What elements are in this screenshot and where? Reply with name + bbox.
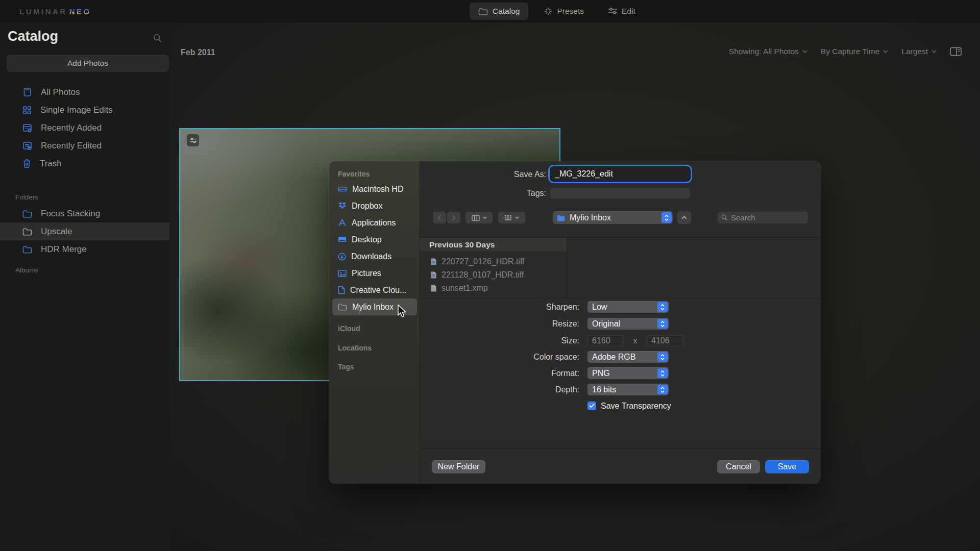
folder-icon — [22, 210, 32, 218]
tab-presets[interactable]: Presets — [535, 3, 593, 20]
divider — [420, 298, 820, 298]
favorite-dropbox[interactable]: Dropbox — [332, 197, 417, 214]
file-row[interactable]: 221128_0107_HDR.tiff — [420, 268, 567, 282]
pictures-icon — [338, 270, 347, 277]
tags-label: Tags: — [420, 189, 546, 198]
favorite-label: Downloads — [351, 252, 391, 261]
sidebar-item-trash[interactable]: Trash — [0, 155, 169, 172]
applications-icon — [338, 219, 347, 227]
chevron-down-icon — [515, 216, 519, 219]
width-value: 6160 — [592, 336, 610, 345]
sort-label: By Capture Time — [821, 47, 879, 56]
showing-filter-dropdown[interactable]: Showing: All Photos — [729, 47, 807, 56]
document-icon — [338, 286, 345, 294]
group-view-button[interactable] — [498, 212, 525, 223]
drive-icon — [338, 186, 347, 192]
save-transparency-checkbox[interactable] — [587, 402, 596, 410]
new-folder-button[interactable]: New Folder — [432, 460, 485, 473]
logo-neo: NEO — [69, 7, 91, 16]
file-row[interactable]: sunset1.xmp — [420, 282, 567, 295]
photos-icon — [22, 87, 32, 97]
size-row: Size: 6160 x 4106 — [329, 335, 820, 346]
favorite-applications[interactable]: Applications — [332, 214, 417, 231]
tab-label: Catalog — [493, 7, 520, 16]
filename-input[interactable] — [550, 167, 690, 181]
favorite-desktop[interactable]: Desktop — [332, 231, 417, 248]
back-button[interactable] — [433, 212, 446, 223]
stepper-icon — [657, 368, 668, 378]
thumbnail-size-label: Largest — [901, 47, 928, 56]
save-button[interactable]: Save — [765, 460, 809, 473]
up-directory-button[interactable] — [677, 211, 691, 224]
sidebar-item-recently-edited[interactable]: Recently Edited — [0, 137, 169, 155]
divider — [420, 448, 820, 449]
size-x-separator: x — [624, 336, 647, 345]
add-photos-label: Add Photos — [67, 59, 108, 68]
sidebar-item-single-image-edits[interactable]: Single Image Edits — [0, 101, 169, 119]
save-as-label: Save As: — [420, 170, 546, 179]
sidebar-item-label: Trash — [40, 159, 62, 169]
catalog-nav: All Photos Single Image Edits Recently A… — [0, 83, 169, 172]
colorspace-label: Color space: — [329, 353, 587, 362]
forward-button[interactable] — [447, 212, 460, 223]
folder-item-focus-stacking[interactable]: Focus Stacking — [0, 205, 169, 222]
folder-item-upscale[interactable]: Upscale — [0, 222, 169, 240]
adjustments-icon — [190, 138, 197, 143]
search-input[interactable] — [731, 213, 797, 222]
sort-dropdown[interactable]: By Capture Time — [821, 47, 888, 56]
panel-toggle-icon[interactable] — [950, 47, 962, 56]
save-dialog: Favorites Macintosh HD Dropbox Applicati… — [329, 161, 820, 484]
depth-select[interactable]: 16 bits — [587, 384, 669, 395]
search-field[interactable] — [718, 212, 808, 223]
add-photos-button[interactable]: Add Photos — [7, 55, 169, 72]
stepper-icon — [657, 302, 668, 312]
folders-section-label: Folders — [15, 193, 38, 201]
favorite-pictures[interactable]: Pictures — [332, 265, 417, 282]
tab-label: Presets — [557, 7, 584, 16]
calendar-plus-icon — [22, 123, 32, 133]
file-name: 220727_0126_HDR.tiff — [442, 257, 525, 266]
cancel-label: Cancel — [726, 462, 751, 471]
depth-label: Depth: — [329, 385, 587, 394]
column-view-button[interactable] — [465, 212, 493, 223]
tab-edit[interactable]: Edit — [600, 3, 644, 20]
favorite-label: Creative Clou... — [350, 286, 406, 295]
thumbnail-size-dropdown[interactable]: Largest — [901, 47, 937, 56]
location-dropdown[interactable]: Mylio Inbox — [553, 211, 673, 224]
sidebar-item-recently-added[interactable]: Recently Added — [0, 119, 169, 137]
favorite-label: Pictures — [352, 269, 381, 278]
favorite-downloads[interactable]: Downloads — [332, 248, 417, 265]
resize-select[interactable]: Original — [587, 318, 669, 330]
new-folder-label: New Folder — [438, 462, 480, 471]
catalog-sidebar: Catalog Add Photos All Photos Single Ima… — [0, 22, 169, 551]
stepper-icon — [657, 319, 668, 329]
depth-value: 16 bits — [592, 385, 616, 394]
colorspace-select[interactable]: Adobe RGB — [587, 351, 669, 363]
width-input[interactable]: 6160 — [587, 335, 624, 346]
chevron-down-icon — [932, 50, 937, 53]
edited-badge — [187, 134, 199, 146]
file-row[interactable]: 220727_0126_HDR.tiff — [420, 255, 567, 268]
downloads-icon — [338, 253, 346, 261]
logo-luminar: LUMINAR — [19, 7, 67, 16]
tags-input[interactable] — [550, 187, 690, 198]
sidebar-item-all-photos[interactable]: All Photos — [0, 83, 169, 101]
date-group-label: Feb 2011 — [181, 48, 215, 57]
resize-value: Original — [592, 319, 620, 329]
colorspace-value: Adobe RGB — [592, 353, 635, 362]
favorite-macintosh-hd[interactable]: Macintosh HD — [332, 181, 417, 197]
sidebar-item-label: Recently Added — [41, 123, 102, 133]
save-transparency-label: Save Transparency — [601, 402, 671, 411]
tab-catalog[interactable]: Catalog — [470, 3, 528, 20]
cancel-button[interactable]: Cancel — [717, 460, 760, 473]
tiff-file-icon — [430, 271, 437, 279]
search-icon[interactable] — [153, 34, 162, 43]
favorite-creative-cloud[interactable]: Creative Clou... — [332, 282, 417, 298]
folder-item-hdr-merge[interactable]: HDR Merge — [0, 240, 169, 258]
height-input[interactable]: 4106 — [647, 335, 683, 346]
top-bar: LUMINARNEO Catalog Presets Edit — [0, 0, 980, 22]
sharpen-select[interactable]: Low — [587, 301, 669, 313]
format-select[interactable]: PNG — [587, 367, 669, 379]
favorite-label: Dropbox — [352, 202, 382, 211]
sidebar-item-label: Single Image Edits — [40, 105, 113, 115]
